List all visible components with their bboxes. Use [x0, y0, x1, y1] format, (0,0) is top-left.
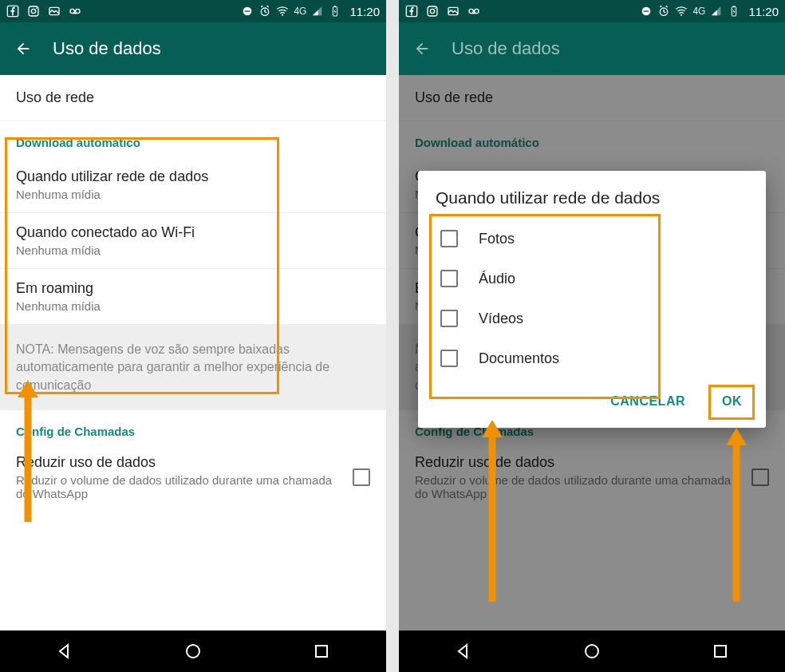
image-icon	[48, 5, 61, 18]
alarm-icon	[258, 5, 271, 18]
app-bar: Uso de dados	[399, 22, 785, 75]
nav-home-icon[interactable]	[183, 642, 203, 661]
media-dialog: Quando utilizar rede de dados Fotos Áudi…	[418, 171, 766, 428]
nav-recent-icon[interactable]	[312, 642, 331, 661]
battery-icon	[728, 5, 740, 18]
option-audio-label: Áudio	[479, 271, 515, 287]
setting-roaming-title: Em roaming	[16, 280, 370, 297]
image-icon	[447, 5, 460, 18]
setting-reduce-data-title: Reduzir uso de dados	[16, 454, 341, 471]
nav-home-icon[interactable]	[582, 642, 602, 661]
svg-point-14	[187, 645, 199, 658]
option-audio[interactable]: Áudio	[436, 259, 748, 298]
battery-icon	[329, 5, 341, 18]
network-usage-row[interactable]: Uso de rede	[0, 75, 386, 121]
setting-roaming-sub: Nenhuma mídia	[16, 299, 370, 313]
svg-rect-31	[715, 646, 726, 657]
setting-reduce-data[interactable]: Reduzir uso de dados Reduzir o volume de…	[0, 446, 386, 504]
option-photos-label: Fotos	[479, 231, 515, 247]
clock-text: 11:20	[349, 5, 380, 18]
checkbox-photos[interactable]	[440, 230, 458, 247]
svg-point-19	[435, 8, 436, 10]
reduce-data-checkbox[interactable]	[353, 468, 370, 486]
network-usage-label: Uso de rede	[16, 89, 370, 106]
signal-icon	[311, 5, 324, 18]
nav-recent-icon[interactable]	[711, 642, 730, 661]
back-icon[interactable]	[14, 40, 32, 57]
voicemail-icon	[69, 5, 81, 18]
option-videos-label: Vídeos	[479, 310, 523, 327]
phone-right: 4G 11:20 Uso de dados Uso de rede Downlo…	[399, 0, 785, 672]
alarm-icon	[657, 5, 670, 18]
setting-mobile-data[interactable]: Quando utilizar rede de dados Nenhuma mí…	[0, 157, 386, 213]
network-label: 4G	[294, 6, 306, 17]
svg-point-30	[586, 645, 598, 658]
facebook-icon	[6, 5, 19, 18]
svg-rect-13	[334, 6, 337, 6]
svg-point-27	[680, 14, 682, 16]
svg-point-21	[469, 9, 473, 13]
network-label: 4G	[692, 6, 705, 17]
setting-mobile-data-sub: Nenhuma mídia	[16, 188, 370, 201]
status-bar: 4G 11:20	[0, 0, 386, 22]
setting-reduce-data-sub: Reduzir o volume de dados utilizado dura…	[16, 473, 341, 500]
checkbox-audio[interactable]	[440, 270, 458, 287]
setting-roaming[interactable]: Em roaming Nenhuma mídia	[0, 269, 386, 325]
svg-point-2	[31, 9, 35, 13]
dnd-icon	[241, 5, 254, 18]
option-documents[interactable]: Documentos	[436, 338, 748, 378]
wifi-icon	[276, 5, 289, 18]
svg-point-18	[430, 9, 434, 13]
status-bar: 4G 11:20	[399, 0, 785, 22]
svg-rect-15	[316, 646, 327, 657]
setting-wifi[interactable]: Quando conectado ao Wi-Fi Nenhuma mídia	[0, 213, 386, 269]
facebook-icon	[405, 5, 418, 18]
section-calls: Config de Chamadas	[0, 410, 386, 446]
svg-point-3	[36, 8, 37, 10]
settings-list-dimmed: Uso de rede Download automático Quando u…	[399, 75, 785, 630]
instagram-icon	[27, 5, 40, 18]
svg-point-5	[70, 9, 74, 13]
svg-point-11	[282, 14, 283, 16]
settings-list: Uso de rede Download automático Quando u…	[0, 75, 386, 630]
nav-bar	[0, 630, 386, 672]
phone-left: 4G 11:20 Uso de dados Uso de rede Downlo…	[0, 0, 386, 672]
dialog-title: Quando utilizar rede de dados	[436, 188, 748, 208]
back-icon	[413, 40, 431, 57]
app-bar: Uso de dados	[0, 22, 386, 75]
svg-rect-29	[733, 6, 736, 6]
voice-note: NOTA: Mensagens de voz são sempre baixad…	[0, 325, 386, 410]
checkbox-documents[interactable]	[440, 350, 458, 367]
section-auto-download: Download automático	[0, 121, 386, 157]
clock-text: 11:20	[748, 5, 779, 18]
checkbox-videos[interactable]	[440, 310, 458, 327]
signal-icon	[710, 5, 723, 18]
svg-rect-25	[644, 10, 649, 11]
nav-back-icon[interactable]	[454, 642, 473, 661]
nav-bar	[399, 630, 785, 672]
setting-wifi-sub: Nenhuma mídia	[16, 243, 370, 257]
screen-title: Uso de dados	[53, 38, 161, 59]
option-videos[interactable]: Vídeos	[436, 298, 748, 338]
setting-wifi-title: Quando conectado ao Wi-Fi	[16, 224, 370, 241]
ok-button[interactable]: OK	[716, 386, 748, 417]
svg-point-6	[76, 9, 80, 13]
nav-back-icon[interactable]	[55, 642, 74, 661]
dnd-icon	[640, 5, 653, 18]
svg-point-22	[475, 9, 479, 13]
screen-title: Uso de dados	[452, 38, 560, 59]
svg-rect-9	[245, 10, 250, 11]
voicemail-icon	[467, 5, 480, 18]
instagram-icon	[426, 5, 439, 18]
option-documents-label: Documentos	[479, 350, 559, 367]
option-photos[interactable]: Fotos	[436, 219, 748, 259]
cancel-button[interactable]: CANCELAR	[604, 386, 692, 417]
setting-mobile-data-title: Quando utilizar rede de dados	[16, 168, 370, 185]
wifi-icon	[675, 5, 688, 18]
